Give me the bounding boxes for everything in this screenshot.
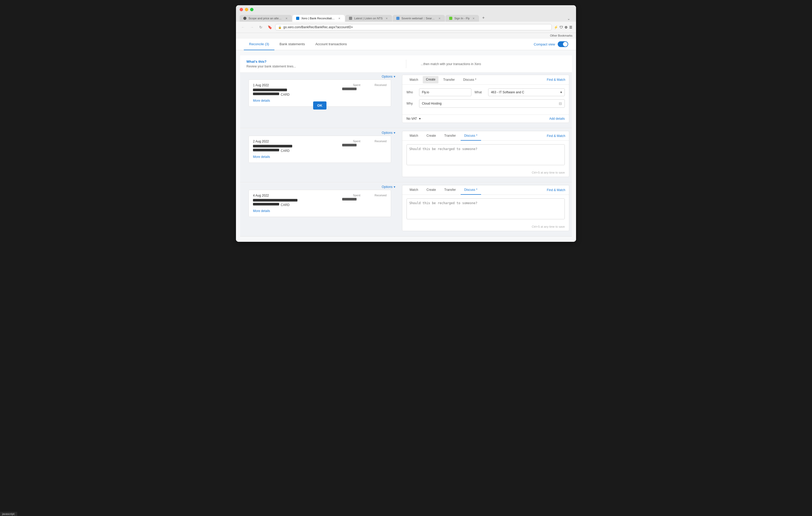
what-select[interactable]: 463 - IT Software and C ▾ bbox=[488, 88, 565, 96]
recon-tabs-2: Match Create Transfer Discuss * Find & M… bbox=[402, 131, 569, 141]
tab-close-icon[interactable]: ✕ bbox=[285, 17, 288, 20]
received-label-2: Received bbox=[368, 140, 387, 143]
match-tab-2[interactable]: Match bbox=[406, 131, 422, 141]
menu-icon[interactable]: ☰ bbox=[569, 25, 572, 29]
nts-icon bbox=[349, 17, 352, 20]
recon-block-2: Match Create Transfer Discuss * Find & M… bbox=[402, 131, 569, 177]
options-button-1[interactable]: Options ▾ bbox=[382, 75, 395, 79]
compact-view-switch[interactable] bbox=[558, 41, 568, 47]
create-tab-3[interactable]: Create bbox=[423, 185, 439, 195]
card-label-3: CARD bbox=[281, 203, 290, 207]
forward-button[interactable]: → bbox=[249, 24, 255, 31]
tab-label: Scope and price an alternative calc bbox=[249, 17, 283, 20]
close-button[interactable] bbox=[240, 8, 243, 11]
redacted-info-3 bbox=[253, 199, 297, 202]
tab-account-transactions[interactable]: Account transactions bbox=[310, 38, 352, 50]
match-tab-1[interactable]: Match bbox=[406, 75, 422, 85]
discuss-block-2 bbox=[402, 141, 569, 170]
tab-5-close-icon[interactable]: ✕ bbox=[472, 17, 475, 20]
chevron-down-icon-2: ▾ bbox=[560, 90, 562, 94]
vat-row: No VAT ▾ Add details bbox=[402, 115, 569, 123]
browser-tab-4[interactable]: Soverin webmail :: Search result ✕ bbox=[393, 15, 445, 22]
more-details-link-2[interactable]: More details bbox=[253, 155, 270, 159]
other-bookmarks: Other Bookmarks bbox=[550, 34, 572, 37]
github-icon bbox=[243, 17, 246, 20]
spent-amount-1 bbox=[342, 88, 356, 90]
discuss-textarea-3[interactable] bbox=[407, 199, 565, 219]
find-match-link-3[interactable]: Find & Match bbox=[547, 188, 565, 192]
discuss-tab-2[interactable]: Discuss * bbox=[461, 131, 481, 141]
more-details-link-3[interactable]: More details bbox=[253, 209, 270, 213]
create-tab-1[interactable]: Create bbox=[423, 76, 438, 83]
browser-tab-2[interactable]: Xero | Bank Reconciliation | Con... ✕ bbox=[292, 15, 345, 22]
redacted-info-2 bbox=[253, 145, 292, 147]
transaction-date-3: 4 Aug 2022 bbox=[253, 194, 342, 198]
compact-view-toggle[interactable]: Compact view bbox=[534, 41, 568, 47]
card-label-2: CARD bbox=[281, 149, 290, 153]
bookmark-button[interactable]: 🔖 bbox=[266, 24, 273, 31]
options-button-3[interactable]: Options ▾ bbox=[382, 185, 395, 189]
chevron-down-icon: ▾ bbox=[394, 75, 395, 79]
settings-icon[interactable]: ⚙ bbox=[564, 25, 568, 29]
who-label: Who bbox=[407, 90, 416, 94]
spent-label-2: Spent bbox=[342, 140, 360, 143]
tab-list-button[interactable]: ⌄ bbox=[565, 16, 572, 22]
recon-block-3: Match Create Transfer Discuss * Find & M… bbox=[402, 185, 569, 231]
address-bar[interactable]: 🔒 bbox=[275, 24, 552, 30]
ok-button-1[interactable]: OK bbox=[313, 101, 327, 110]
redacted-card-1 bbox=[253, 93, 279, 95]
browser-tab-5[interactable]: Sign In - Fly ✕ bbox=[445, 15, 479, 22]
match-tab-3[interactable]: Match bbox=[406, 185, 422, 195]
maximize-button[interactable] bbox=[250, 8, 254, 11]
redacted-card-2 bbox=[253, 149, 279, 151]
transfer-tab-2[interactable]: Transfer bbox=[440, 131, 459, 141]
options-button-2[interactable]: Options ▾ bbox=[382, 131, 395, 134]
tab-reconcile[interactable]: Reconcile (3) bbox=[244, 38, 274, 50]
back-button[interactable]: ← bbox=[240, 24, 246, 31]
why-label: Why bbox=[407, 102, 416, 105]
spent-label-3: Spent bbox=[342, 194, 360, 197]
transfer-tab-3[interactable]: Transfer bbox=[440, 185, 459, 195]
add-details-link[interactable]: Add details bbox=[549, 117, 565, 121]
reload-button[interactable]: ↻ bbox=[257, 24, 264, 31]
shield-icon[interactable]: 🛡 bbox=[559, 25, 563, 29]
tab-label-4: Soverin webmail :: Search result bbox=[402, 17, 436, 20]
tab-label-active: Xero | Bank Reconciliation | Con... bbox=[301, 17, 336, 20]
whats-this-title[interactable]: What's this? bbox=[246, 60, 392, 63]
lock-icon: 🔒 bbox=[278, 26, 282, 29]
browser-tab-1[interactable]: Scope and price an alternative calc ✕ bbox=[240, 15, 292, 22]
tab-bank-statements[interactable]: Bank statements bbox=[274, 38, 310, 50]
tab-4-close-icon[interactable]: ✕ bbox=[438, 17, 441, 20]
create-tab-2[interactable]: Create bbox=[423, 131, 439, 141]
transaction-row-3: Options ▾ 4 Aug 2022 CARD More d bbox=[240, 183, 572, 237]
then-match-text: ...then match with your transactions in … bbox=[421, 62, 481, 66]
what-label: What bbox=[474, 90, 485, 94]
discuss-textarea-2[interactable] bbox=[407, 144, 565, 165]
transaction-card-2: 2 Aug 2022 CARD More details Spent bbox=[249, 136, 391, 163]
xero-icon bbox=[296, 17, 299, 20]
redacted-info-1 bbox=[253, 89, 287, 91]
extensions-icon[interactable]: ⚡ bbox=[554, 25, 558, 29]
who-input[interactable] bbox=[419, 88, 471, 96]
chevron-down-icon-4: ▾ bbox=[394, 185, 395, 189]
find-match-link-2[interactable]: Find & Match bbox=[547, 134, 565, 138]
tab-close-active-icon[interactable]: ✕ bbox=[338, 17, 341, 20]
transfer-tab-1[interactable]: Transfer bbox=[439, 75, 458, 85]
transaction-row-2: Options ▾ 2 Aug 2022 CARD More d bbox=[240, 129, 572, 182]
vat-select[interactable]: No VAT ▾ bbox=[407, 117, 420, 121]
recon-tabs-1: Match Create Transfer Discuss * F bbox=[402, 75, 569, 85]
find-match-link-1[interactable]: Find & Match bbox=[547, 78, 565, 82]
browser-tab-3[interactable]: Latest | Listen on NTS ✕ bbox=[345, 15, 392, 22]
recon-block-1: Match Create Transfer Discuss * F bbox=[402, 75, 569, 123]
new-tab-button[interactable]: + bbox=[480, 14, 487, 22]
card-label-1: CARD bbox=[281, 93, 290, 96]
address-input[interactable] bbox=[283, 25, 549, 29]
discuss-tab-1[interactable]: Discuss * bbox=[460, 75, 480, 85]
minimize-button[interactable] bbox=[245, 8, 248, 11]
vat-chevron-icon: ▾ bbox=[419, 117, 420, 121]
tab-3-close-icon[interactable]: ✕ bbox=[385, 17, 388, 20]
why-input[interactable]: Cloud Hosting ⊟ bbox=[419, 99, 565, 108]
whats-this-section: What's this? Review your bank statement … bbox=[240, 55, 572, 73]
received-label-1: Received bbox=[368, 83, 387, 87]
discuss-tab-3[interactable]: Discuss * bbox=[461, 185, 481, 195]
